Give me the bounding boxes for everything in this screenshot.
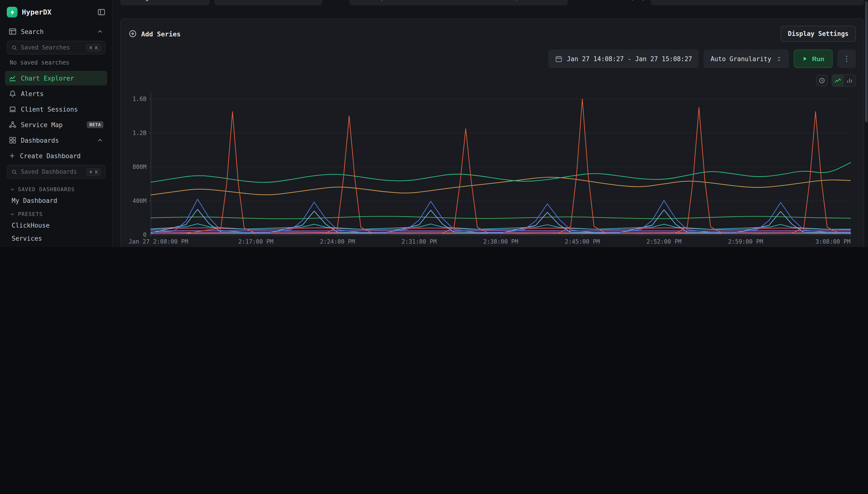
collapse-sidebar-icon[interactable] (98, 8, 105, 16)
plus-circle-icon (129, 30, 137, 38)
group-by-value: ServiceName (656, 0, 698, 1)
date-range-picker[interactable]: Jan 27 14:08:27 - Jan 27 15:08:27 (548, 50, 699, 68)
svg-text:3:08:00 PM: 3:08:00 PM (816, 238, 851, 245)
page-scrollbar[interactable] (865, 1, 868, 247)
sidebar-item-alerts[interactable]: Alerts (5, 87, 107, 101)
granularity-value: Auto Granularity (711, 55, 771, 62)
field-value: Duration (220, 0, 251, 1)
group-by-input[interactable]: ServiceName (651, 0, 864, 5)
sidebar-item-label: Services (12, 235, 42, 242)
granularity-select[interactable]: Auto Granularity (704, 50, 789, 68)
saved-searches-search[interactable]: ⌘ K (7, 41, 105, 54)
section-presets[interactable]: PRESETS (5, 207, 107, 219)
svg-text:2:24:00 PM: 2:24:00 PM (320, 238, 355, 245)
add-series-label: Add Series (141, 30, 181, 38)
saved-dashboards-search[interactable]: ⌘ K (7, 165, 105, 178)
svg-text:800M: 800M (133, 164, 147, 170)
sidebar-item-label: Dashboards (21, 137, 92, 144)
svg-text:2:17:00 PM: 2:17:00 PM (238, 238, 273, 245)
chart-panel: Add Series Display Settings Jan 27 14:08… (120, 18, 864, 247)
sidebar: HyperDX Search ⌘ K No saved searches Cha… (0, 0, 113, 247)
chevron-down-icon (10, 187, 15, 192)
sidebar-item-search[interactable]: Search (5, 24, 107, 39)
timeseries-chart[interactable]: 0400M800M1.2B1.6BJan 27 2:08:00 PM2:17:0… (129, 88, 856, 247)
sidebar-item-label: Service Map (21, 121, 83, 128)
chevron-up-icon (97, 28, 103, 35)
section-label: SAVED DASHBOARDS (18, 186, 75, 192)
bell-icon (9, 90, 17, 97)
saved-dashboards-input[interactable] (21, 168, 83, 175)
section-saved-dashboards[interactable]: SAVED DASHBOARDS (5, 183, 107, 194)
sidebar-item-kubernetes[interactable]: Kubernetes (5, 245, 107, 247)
svg-text:400M: 400M (133, 197, 147, 204)
add-series-button[interactable]: Add Series (129, 30, 181, 38)
scrollbar-thumb[interactable] (865, 1, 868, 122)
sidebar-item-dashboards[interactable]: Dashboards (5, 133, 107, 148)
chevron-updown-icon (776, 56, 782, 62)
magnifier-icon (11, 169, 17, 175)
where-label: WHERE (327, 0, 345, 0)
chevron-down-icon (10, 211, 15, 217)
svg-text:1.6B: 1.6B (133, 96, 147, 102)
line-chart-toggle-button[interactable] (832, 75, 844, 87)
beta-badge: BETA (87, 121, 103, 128)
field-input[interactable]: Duration (214, 0, 322, 5)
sidebar-item-label: Alerts (21, 90, 103, 97)
sidebar-item-label: ClickHouse (12, 222, 50, 229)
search-events-placeholder: Search your events w/ Lucene ex. level:e… (355, 0, 562, 1)
app-logo-row: HyperDX (5, 5, 107, 24)
saved-searches-input[interactable] (21, 44, 83, 51)
service-map-icon (9, 121, 17, 129)
sidebar-item-my-dashboard[interactable]: My Dashboard (5, 194, 107, 207)
plus-icon (9, 152, 16, 159)
series-frontend (151, 163, 851, 182)
shortcut-badge: ⌘ K (86, 44, 101, 51)
svg-text:2:45:00 PM: 2:45:00 PM (565, 238, 600, 245)
series-quote (151, 224, 851, 229)
search-events-input[interactable]: Search your events w/ Lucene ex. level:e… (349, 0, 568, 5)
sidebar-item-label: Create Dashboard (20, 152, 103, 159)
series-fraud-detection (151, 99, 851, 234)
date-range-value: Jan 27 14:08:27 - Jan 27 15:08:27 (567, 55, 692, 62)
sql-lucene-toggle[interactable]: SQL | Lucene (573, 0, 613, 0)
svg-text:2:59:00 PM: 2:59:00 PM (728, 238, 763, 245)
time-format-button[interactable] (816, 75, 828, 87)
line-chart-icon (834, 77, 841, 84)
timeseries-chart-svg: 0400M800M1.2B1.6BJan 27 2:08:00 PM2:17:0… (129, 88, 853, 247)
group-by-label: Group By (618, 0, 646, 0)
svg-text:2:38:00 PM: 2:38:00 PM (483, 238, 518, 245)
calendar-icon (555, 55, 562, 62)
series-ad (151, 199, 851, 232)
sidebar-item-clickhouse[interactable]: ClickHouse (5, 219, 107, 231)
app-window: HyperDX Search ⌘ K No saved searches Cha… (0, 0, 868, 247)
run-button[interactable]: Run (793, 50, 833, 68)
play-icon (802, 56, 808, 62)
search-table-icon (9, 28, 17, 35)
sidebar-item-label: Search (21, 28, 92, 35)
sidebar-item-chart-explorer[interactable]: Chart Explorer (5, 71, 107, 86)
shortcut-badge: ⌘ K (86, 168, 101, 175)
display-settings-button[interactable]: Display Settings (781, 26, 856, 42)
svg-text:2:52:00 PM: 2:52:00 PM (647, 238, 682, 245)
series-recommendation (151, 216, 851, 219)
more-options-button[interactable]: ⋮ (837, 50, 856, 68)
svg-text:Jan 27 2:08:00 PM: Jan 27 2:08:00 PM (129, 238, 188, 245)
bar-chart-icon (846, 77, 853, 84)
sidebar-item-services[interactable]: Services (5, 232, 107, 245)
magnifier-icon (11, 44, 17, 51)
sidebar-item-label: Client Sessions (21, 106, 103, 113)
bar-chart-toggle-button[interactable] (844, 75, 855, 87)
sidebar-item-client-sessions[interactable]: Client Sessions (5, 102, 107, 116)
chart-line-icon (9, 74, 17, 82)
run-label: Run (812, 55, 824, 62)
chart-type-toggle (832, 74, 856, 87)
grid-icon (9, 136, 17, 144)
sidebar-item-create-dashboard[interactable]: Create Dashboard (5, 149, 107, 163)
aggregation-select[interactable]: Average (120, 0, 210, 5)
laptop-icon (9, 105, 17, 113)
sidebar-item-label: Chart Explorer (21, 75, 103, 82)
aggregation-value: Average (126, 0, 153, 1)
sidebar-item-service-map[interactable]: Service Map BETA (5, 117, 107, 132)
app-title: HyperDX (22, 8, 93, 16)
chevron-up-icon (97, 137, 103, 144)
